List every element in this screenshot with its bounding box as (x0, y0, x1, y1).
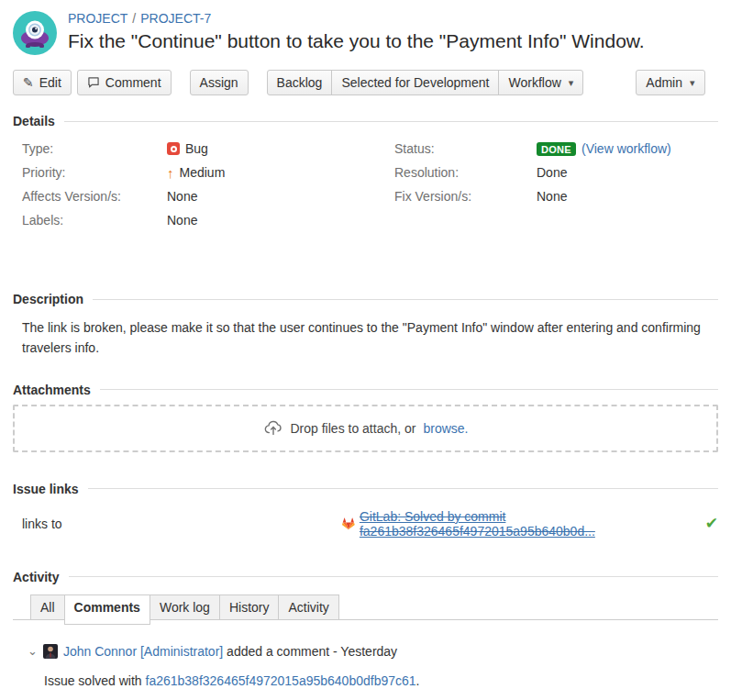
issue-link-row: links to GitLab: Solved by commit fa261b… (22, 509, 718, 539)
link-relation-label: links to (22, 517, 342, 531)
resolution-value: Done (537, 165, 567, 180)
labels-label: Labels: (22, 213, 167, 228)
type-label: Type: (22, 141, 167, 156)
pencil-icon: ✎ (23, 75, 34, 90)
user-avatar (43, 644, 58, 659)
comment-text: Issue solved with (44, 673, 146, 688)
header-rule (69, 576, 718, 577)
resolution-row: Resolution: Done (394, 163, 718, 182)
commit-hash-link[interactable]: fa261b38f326465f4972015a95b640b0dfb97c61 (146, 673, 416, 688)
issue-page: PROJECT/PROJECT-7 Fix the "Continue" but… (0, 0, 731, 688)
description-heading: Description (13, 292, 83, 306)
comment-action-text: added a comment - Yesterday (227, 644, 397, 659)
comment-author-link[interactable]: John Connor [Administrator] (63, 644, 223, 659)
issue-links-module: Issue links links to GitLab: Solved by c… (13, 482, 718, 539)
type-row: Type: Bug (22, 139, 394, 158)
priority-label: Priority: (22, 165, 167, 180)
affects-version-label: Affects Version/s: (22, 189, 167, 204)
activity-header: Activity (13, 570, 718, 584)
header-rule (64, 121, 718, 122)
priority-medium-icon: ↑ (167, 165, 174, 181)
affects-version-value: None (167, 189, 197, 204)
page-title: Fix the "Continue" button to take you to… (68, 30, 645, 52)
workflow-button-group: Backlog Selected for Development Workflo… (267, 70, 584, 95)
admin-dropdown-button[interactable]: Admin ▾ (636, 70, 704, 95)
project-avatar[interactable] (13, 11, 57, 55)
details-body: Type: Bug Priority: ↑ Medium Affects Ver… (13, 139, 718, 235)
browse-link[interactable]: browse. (423, 421, 468, 436)
backlog-button-label: Backlog (277, 75, 323, 90)
fix-version-row: Fix Version/s: None (394, 187, 718, 206)
activity-heading: Activity (13, 570, 60, 584)
comment-text-suffix: . (416, 673, 420, 688)
gitlab-commit-link[interactable]: GitLab: Solved by commit fa261b38f326465… (360, 509, 691, 539)
details-left-column: Type: Bug Priority: ↑ Medium Affects Ver… (22, 139, 394, 235)
header-text: PROJECT/PROJECT-7 Fix the "Continue" but… (68, 9, 645, 52)
type-value: Bug (185, 141, 208, 156)
edit-button[interactable]: ✎ Edit (13, 70, 72, 95)
priority-value: Medium (180, 165, 226, 180)
dropdown-caret-icon: ▾ (569, 77, 574, 89)
details-header: Details (13, 114, 718, 128)
comment-bubble-icon (87, 76, 100, 89)
resolution-label: Resolution: (394, 165, 537, 180)
labels-row: Labels: None (22, 211, 394, 229)
comment-button[interactable]: Comment (77, 70, 172, 95)
collapse-chevron-icon[interactable]: ⌄ (28, 644, 38, 658)
attachments-heading: Attachments (13, 383, 91, 397)
breadcrumb-separator: / (127, 11, 140, 26)
header-rule (100, 389, 718, 390)
tab-activity[interactable]: Activity (278, 594, 338, 619)
dropdown-caret-icon: ▾ (690, 77, 695, 89)
labels-value: None (167, 213, 197, 228)
workflow-button-label: Workflow (508, 75, 560, 90)
fix-version-value: None (537, 189, 567, 204)
workflow-dropdown-button[interactable]: Workflow ▾ (498, 70, 583, 95)
dropzone-text: Drop files to attach, or (291, 421, 416, 436)
description-module: Description The link is broken, please m… (13, 292, 718, 359)
admin-button-label: Admin (646, 75, 682, 90)
activity-tabs: All Comments Work log History Activity (13, 594, 718, 620)
alien-avatar-icon (13, 11, 57, 55)
tab-work-log[interactable]: Work log (150, 594, 220, 619)
resolved-check-icon: ✔ (705, 514, 718, 533)
user-avatar-icon (43, 644, 58, 659)
breadcrumb-project-link[interactable]: PROJECT (68, 11, 127, 26)
assign-button[interactable]: Assign (190, 70, 249, 95)
details-right-column: Status: DONE (View workflow) Resolution:… (394, 139, 718, 235)
description-text: The link is broken, please make it so th… (22, 317, 718, 359)
tab-history[interactable]: History (219, 594, 280, 619)
comment-button-label: Comment (105, 75, 161, 90)
tab-comments[interactable]: Comments (64, 594, 150, 625)
toolbar: ✎ Edit Comment Assign Backlog Selected f… (13, 70, 718, 95)
issue-header: PROJECT/PROJECT-7 Fix the "Continue" but… (13, 9, 718, 55)
backlog-button[interactable]: Backlog (267, 70, 333, 95)
attachments-module: Attachments Drop files to attach, or bro… (13, 383, 718, 452)
gitlab-icon (342, 517, 355, 531)
comment-block: ⌄ John Connor [Administrator] added a co… (13, 644, 718, 688)
selected-for-development-label: Selected for Development (341, 75, 489, 90)
header-rule (93, 299, 718, 300)
attachments-header: Attachments (13, 383, 718, 397)
tab-all[interactable]: All (30, 594, 65, 619)
fix-version-label: Fix Version/s: (394, 189, 537, 204)
upload-cloud-icon (263, 418, 283, 439)
activity-module: Activity All Comments Work log History A… (13, 570, 718, 688)
affects-version-row: Affects Version/s: None (22, 187, 394, 206)
comment-body: Issue solved with fa261b38f326465f497201… (44, 673, 718, 688)
status-label: Status: (394, 141, 537, 156)
description-header: Description (13, 292, 718, 306)
priority-row: Priority: ↑ Medium (22, 163, 394, 182)
status-row: Status: DONE (View workflow) (394, 139, 718, 158)
details-heading: Details (13, 114, 55, 128)
edit-button-label: Edit (39, 75, 61, 90)
breadcrumb-issue-link[interactable]: PROJECT-7 (140, 11, 211, 26)
selected-for-development-button[interactable]: Selected for Development (331, 70, 499, 95)
comment-meta: ⌄ John Connor [Administrator] added a co… (13, 644, 718, 659)
header-rule (88, 488, 718, 489)
assign-button-label: Assign (200, 75, 238, 90)
view-workflow-link[interactable]: (View workflow) (581, 141, 671, 156)
bug-type-icon (167, 142, 180, 155)
issue-links-heading: Issue links (13, 482, 79, 496)
attachment-dropzone[interactable]: Drop files to attach, or browse. (13, 405, 718, 452)
